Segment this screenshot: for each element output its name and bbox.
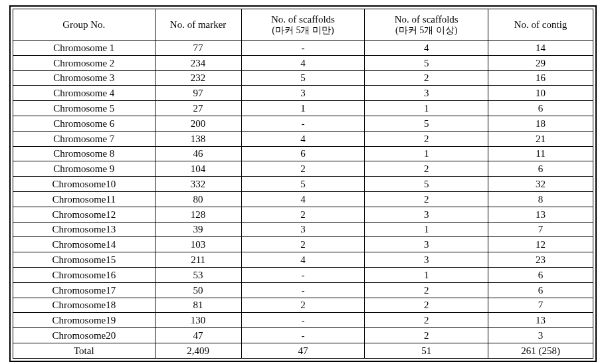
cell-marker: 103 [155,237,241,252]
cell-sc-lt5: 4 [241,131,365,146]
table-row: Chromosome 32325216 [13,70,593,86]
cell-sc-lt5: 5 [241,70,365,86]
header-row: Group No. No. of marker No. of scaffolds… [13,9,593,41]
table-row: Chromosome1339317 [13,222,593,237]
col-scaffolds-lt5-l2: (마커 5개 미만) [242,25,365,37]
cell-sc-ge5: 1 [365,222,488,237]
cell-total-sc-ge5: 51 [365,343,488,358]
cell-sc-ge5: 3 [365,207,488,222]
table-row: Chromosome1750-26 [13,282,593,298]
cell-contig: 3 [488,328,593,343]
cell-marker: 130 [155,313,241,328]
cell-sc-lt5: 2 [241,161,365,177]
table-row: Chromosome 6200-518 [13,116,593,131]
cell-sc-ge5: 2 [365,70,488,86]
cell-sc-lt5: - [241,267,365,282]
cell-marker: 332 [155,177,241,192]
col-group-no: Group No. [13,9,155,41]
cell-group: Chromosome19 [13,313,155,328]
cell-marker: 97 [155,86,241,101]
table-row: Chromosome121282313 [13,207,593,222]
cell-marker: 232 [155,70,241,86]
cell-group: Chromosome 3 [13,70,155,86]
table-row: Chromosome 177-414 [13,41,593,56]
cell-contig: 7 [488,298,593,313]
cell-sc-ge5: 2 [365,328,488,343]
cell-contig: 6 [488,161,593,177]
cell-contig: 6 [488,101,593,116]
cell-group: Chromosome17 [13,282,155,298]
cell-sc-lt5: 3 [241,222,365,237]
table-row: Chromosome1180428 [13,191,593,207]
table-row: Chromosome 22344529 [13,55,593,70]
col-scaffolds-ge5-l2: (마커 5개 이상) [365,25,488,37]
cell-sc-lt5: 2 [241,298,365,313]
cell-marker: 27 [155,101,241,116]
cell-sc-ge5: 2 [365,131,488,146]
cell-group: Chromosome 1 [13,41,155,56]
table-row: Chromosome141032312 [13,237,593,252]
cell-total-contig: 261 (258) [488,343,593,358]
cell-group: Chromosome14 [13,237,155,252]
cell-sc-ge5: 1 [365,267,488,282]
cell-sc-lt5: - [241,116,365,131]
cell-sc-ge5: 2 [365,161,488,177]
table-row: Chromosome 527116 [13,101,593,116]
cell-sc-ge5: 5 [365,116,488,131]
cell-sc-ge5: 2 [365,282,488,298]
cell-contig: 21 [488,131,593,146]
cell-sc-ge5: 3 [365,86,488,101]
cell-contig: 6 [488,282,593,298]
cell-total-marker: 2,409 [155,343,241,358]
cell-sc-lt5: 4 [241,252,365,268]
chromosome-table: Group No. No. of marker No. of scaffolds… [13,9,593,359]
table-row: Chromosome 9104226 [13,161,593,177]
col-no-contig: No. of contig [488,9,593,41]
cell-sc-lt5: - [241,328,365,343]
table-row: Chromosome152114323 [13,252,593,268]
cell-sc-lt5: 3 [241,86,365,101]
table-row: Chromosome 4973310 [13,86,593,101]
cell-contig: 6 [488,267,593,282]
cell-sc-ge5: 5 [365,55,488,70]
cell-sc-ge5: 2 [365,191,488,207]
cell-marker: 39 [155,222,241,237]
col-scaffolds-ge5-l1: No. of scaffolds [365,13,488,25]
cell-contig: 8 [488,191,593,207]
cell-group: Chromosome15 [13,252,155,268]
cell-group: Chromosome12 [13,207,155,222]
cell-total-sc-lt5: 47 [241,343,365,358]
cell-group: Chromosome11 [13,191,155,207]
cell-marker: 53 [155,267,241,282]
cell-group: Chromosome 5 [13,101,155,116]
col-no-marker: No. of marker [155,9,241,41]
cell-sc-lt5: - [241,282,365,298]
cell-sc-lt5: - [241,41,365,56]
cell-marker: 128 [155,207,241,222]
cell-contig: 16 [488,70,593,86]
cell-sc-lt5: 4 [241,55,365,70]
table-row: Chromosome19130-213 [13,313,593,328]
cell-group: Chromosome18 [13,298,155,313]
cell-contig: 23 [488,252,593,268]
cell-sc-lt5: 4 [241,191,365,207]
cell-sc-ge5: 5 [365,177,488,192]
cell-group: Chromosome 8 [13,146,155,161]
cell-sc-ge5: 3 [365,237,488,252]
cell-group: Chromosome 6 [13,116,155,131]
col-no-marker-label: No. of marker [155,19,241,31]
cell-sc-ge5: 2 [365,298,488,313]
table-row: Chromosome1653-16 [13,267,593,282]
cell-contig: 32 [488,177,593,192]
cell-contig: 12 [488,237,593,252]
cell-contig: 11 [488,146,593,161]
cell-marker: 200 [155,116,241,131]
cell-contig: 18 [488,116,593,131]
cell-contig: 10 [488,86,593,101]
cell-sc-lt5: 6 [241,146,365,161]
col-scaffolds-lt5-l1: No. of scaffolds [242,13,365,25]
cell-marker: 81 [155,298,241,313]
table-header: Group No. No. of marker No. of scaffolds… [13,9,593,41]
cell-sc-lt5: 2 [241,207,365,222]
cell-group: Chromosome16 [13,267,155,282]
